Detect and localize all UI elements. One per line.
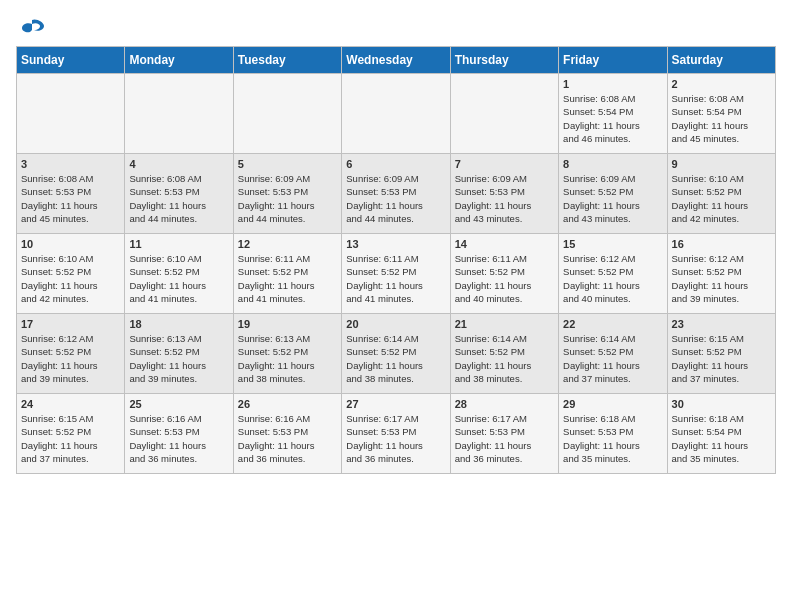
calendar-header: SundayMondayTuesdayWednesdayThursdayFrid…: [17, 47, 776, 74]
day-info: Sunrise: 6:08 AM Sunset: 5:53 PM Dayligh…: [21, 172, 120, 225]
day-number: 4: [129, 158, 228, 170]
calendar-cell: [233, 74, 341, 154]
day-info: Sunrise: 6:14 AM Sunset: 5:52 PM Dayligh…: [346, 332, 445, 385]
day-info: Sunrise: 6:11 AM Sunset: 5:52 PM Dayligh…: [455, 252, 554, 305]
day-info: Sunrise: 6:10 AM Sunset: 5:52 PM Dayligh…: [672, 172, 771, 225]
col-header-saturday: Saturday: [667, 47, 775, 74]
col-header-tuesday: Tuesday: [233, 47, 341, 74]
day-number: 3: [21, 158, 120, 170]
col-header-sunday: Sunday: [17, 47, 125, 74]
day-info: Sunrise: 6:14 AM Sunset: 5:52 PM Dayligh…: [455, 332, 554, 385]
calendar-table: SundayMondayTuesdayWednesdayThursdayFrid…: [16, 46, 776, 474]
day-number: 26: [238, 398, 337, 410]
calendar-cell: [342, 74, 450, 154]
calendar-cell: 5Sunrise: 6:09 AM Sunset: 5:53 PM Daylig…: [233, 154, 341, 234]
day-info: Sunrise: 6:08 AM Sunset: 5:53 PM Dayligh…: [129, 172, 228, 225]
calendar-cell: [17, 74, 125, 154]
day-info: Sunrise: 6:15 AM Sunset: 5:52 PM Dayligh…: [672, 332, 771, 385]
calendar-body: 1Sunrise: 6:08 AM Sunset: 5:54 PM Daylig…: [17, 74, 776, 474]
calendar-cell: 28Sunrise: 6:17 AM Sunset: 5:53 PM Dayli…: [450, 394, 558, 474]
day-number: 25: [129, 398, 228, 410]
day-info: Sunrise: 6:18 AM Sunset: 5:53 PM Dayligh…: [563, 412, 662, 465]
calendar-cell: 9Sunrise: 6:10 AM Sunset: 5:52 PM Daylig…: [667, 154, 775, 234]
day-info: Sunrise: 6:17 AM Sunset: 5:53 PM Dayligh…: [455, 412, 554, 465]
week-row: 3Sunrise: 6:08 AM Sunset: 5:53 PM Daylig…: [17, 154, 776, 234]
day-number: 19: [238, 318, 337, 330]
day-info: Sunrise: 6:08 AM Sunset: 5:54 PM Dayligh…: [563, 92, 662, 145]
day-number: 24: [21, 398, 120, 410]
day-number: 15: [563, 238, 662, 250]
day-info: Sunrise: 6:11 AM Sunset: 5:52 PM Dayligh…: [238, 252, 337, 305]
day-number: 8: [563, 158, 662, 170]
calendar-cell: 12Sunrise: 6:11 AM Sunset: 5:52 PM Dayli…: [233, 234, 341, 314]
week-row: 17Sunrise: 6:12 AM Sunset: 5:52 PM Dayli…: [17, 314, 776, 394]
calendar-cell: 6Sunrise: 6:09 AM Sunset: 5:53 PM Daylig…: [342, 154, 450, 234]
calendar-cell: 4Sunrise: 6:08 AM Sunset: 5:53 PM Daylig…: [125, 154, 233, 234]
day-info: Sunrise: 6:14 AM Sunset: 5:52 PM Dayligh…: [563, 332, 662, 385]
day-info: Sunrise: 6:18 AM Sunset: 5:54 PM Dayligh…: [672, 412, 771, 465]
day-number: 14: [455, 238, 554, 250]
day-number: 20: [346, 318, 445, 330]
day-info: Sunrise: 6:11 AM Sunset: 5:52 PM Dayligh…: [346, 252, 445, 305]
day-number: 16: [672, 238, 771, 250]
calendar-cell: 10Sunrise: 6:10 AM Sunset: 5:52 PM Dayli…: [17, 234, 125, 314]
day-info: Sunrise: 6:16 AM Sunset: 5:53 PM Dayligh…: [238, 412, 337, 465]
day-info: Sunrise: 6:09 AM Sunset: 5:52 PM Dayligh…: [563, 172, 662, 225]
col-header-friday: Friday: [559, 47, 667, 74]
day-info: Sunrise: 6:17 AM Sunset: 5:53 PM Dayligh…: [346, 412, 445, 465]
day-number: 6: [346, 158, 445, 170]
day-number: 18: [129, 318, 228, 330]
day-number: 2: [672, 78, 771, 90]
calendar-cell: 3Sunrise: 6:08 AM Sunset: 5:53 PM Daylig…: [17, 154, 125, 234]
day-info: Sunrise: 6:12 AM Sunset: 5:52 PM Dayligh…: [563, 252, 662, 305]
calendar-cell: 7Sunrise: 6:09 AM Sunset: 5:53 PM Daylig…: [450, 154, 558, 234]
calendar-cell: [450, 74, 558, 154]
day-info: Sunrise: 6:10 AM Sunset: 5:52 PM Dayligh…: [21, 252, 120, 305]
day-info: Sunrise: 6:08 AM Sunset: 5:54 PM Dayligh…: [672, 92, 771, 145]
day-number: 23: [672, 318, 771, 330]
day-info: Sunrise: 6:12 AM Sunset: 5:52 PM Dayligh…: [21, 332, 120, 385]
calendar-cell: 27Sunrise: 6:17 AM Sunset: 5:53 PM Dayli…: [342, 394, 450, 474]
calendar-cell: 2Sunrise: 6:08 AM Sunset: 5:54 PM Daylig…: [667, 74, 775, 154]
calendar-cell: 11Sunrise: 6:10 AM Sunset: 5:52 PM Dayli…: [125, 234, 233, 314]
logo: [16, 16, 46, 38]
day-number: 10: [21, 238, 120, 250]
calendar-cell: 19Sunrise: 6:13 AM Sunset: 5:52 PM Dayli…: [233, 314, 341, 394]
day-info: Sunrise: 6:09 AM Sunset: 5:53 PM Dayligh…: [455, 172, 554, 225]
day-info: Sunrise: 6:16 AM Sunset: 5:53 PM Dayligh…: [129, 412, 228, 465]
day-number: 1: [563, 78, 662, 90]
calendar-cell: 22Sunrise: 6:14 AM Sunset: 5:52 PM Dayli…: [559, 314, 667, 394]
day-number: 27: [346, 398, 445, 410]
calendar-cell: 1Sunrise: 6:08 AM Sunset: 5:54 PM Daylig…: [559, 74, 667, 154]
calendar-cell: 26Sunrise: 6:16 AM Sunset: 5:53 PM Dayli…: [233, 394, 341, 474]
calendar-cell: 29Sunrise: 6:18 AM Sunset: 5:53 PM Dayli…: [559, 394, 667, 474]
day-number: 13: [346, 238, 445, 250]
day-info: Sunrise: 6:13 AM Sunset: 5:52 PM Dayligh…: [129, 332, 228, 385]
calendar-cell: [125, 74, 233, 154]
calendar-cell: 20Sunrise: 6:14 AM Sunset: 5:52 PM Dayli…: [342, 314, 450, 394]
day-info: Sunrise: 6:13 AM Sunset: 5:52 PM Dayligh…: [238, 332, 337, 385]
calendar-cell: 14Sunrise: 6:11 AM Sunset: 5:52 PM Dayli…: [450, 234, 558, 314]
calendar-cell: 24Sunrise: 6:15 AM Sunset: 5:52 PM Dayli…: [17, 394, 125, 474]
day-number: 21: [455, 318, 554, 330]
header: [16, 16, 776, 38]
day-number: 28: [455, 398, 554, 410]
calendar-cell: 30Sunrise: 6:18 AM Sunset: 5:54 PM Dayli…: [667, 394, 775, 474]
calendar-cell: 17Sunrise: 6:12 AM Sunset: 5:52 PM Dayli…: [17, 314, 125, 394]
day-number: 12: [238, 238, 337, 250]
day-info: Sunrise: 6:10 AM Sunset: 5:52 PM Dayligh…: [129, 252, 228, 305]
day-number: 29: [563, 398, 662, 410]
day-number: 11: [129, 238, 228, 250]
col-header-wednesday: Wednesday: [342, 47, 450, 74]
calendar-cell: 25Sunrise: 6:16 AM Sunset: 5:53 PM Dayli…: [125, 394, 233, 474]
logo-bird-icon: [18, 16, 46, 38]
day-number: 17: [21, 318, 120, 330]
logo-area: [16, 16, 46, 38]
day-info: Sunrise: 6:09 AM Sunset: 5:53 PM Dayligh…: [238, 172, 337, 225]
calendar-cell: 18Sunrise: 6:13 AM Sunset: 5:52 PM Dayli…: [125, 314, 233, 394]
day-number: 5: [238, 158, 337, 170]
calendar-cell: 15Sunrise: 6:12 AM Sunset: 5:52 PM Dayli…: [559, 234, 667, 314]
calendar-cell: 8Sunrise: 6:09 AM Sunset: 5:52 PM Daylig…: [559, 154, 667, 234]
calendar-cell: 23Sunrise: 6:15 AM Sunset: 5:52 PM Dayli…: [667, 314, 775, 394]
day-number: 30: [672, 398, 771, 410]
